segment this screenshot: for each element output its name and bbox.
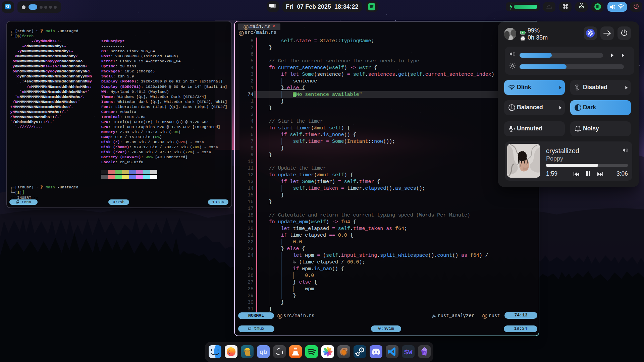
- svg-text:R: R: [245, 25, 247, 29]
- svg-text:R: R: [484, 314, 486, 318]
- svg-text:$W: $W: [404, 349, 413, 356]
- svg-text:R: R: [240, 32, 243, 35]
- svg-text:qb: qb: [259, 348, 267, 355]
- svg-text:R: R: [279, 314, 281, 318]
